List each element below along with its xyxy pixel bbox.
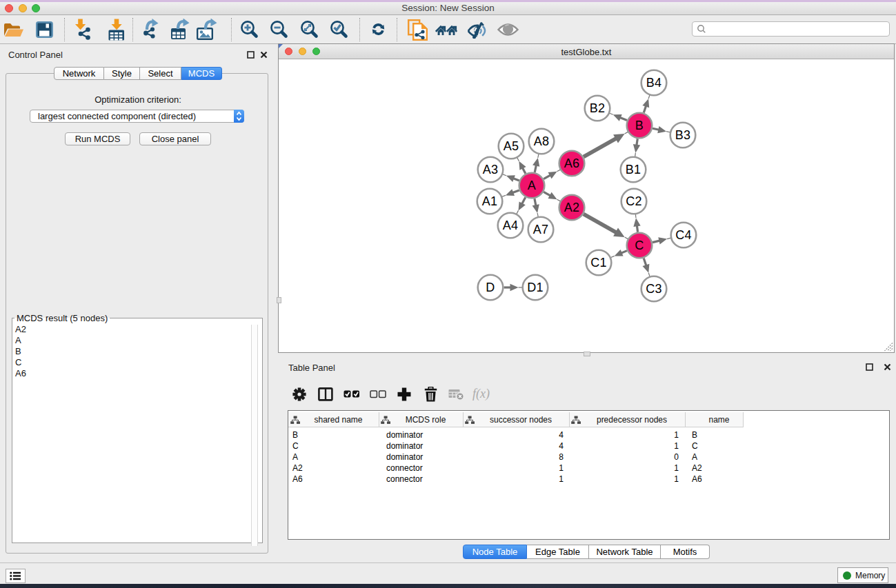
svg-text:C1: C1 [590, 256, 607, 270]
svg-text:A1: A1 [482, 194, 498, 208]
svg-text:A7: A7 [533, 223, 549, 236]
svg-text:A3: A3 [483, 163, 499, 176]
svg-text:B3: B3 [675, 128, 691, 142]
svg-text:B4: B4 [646, 76, 662, 90]
svg-text:A2: A2 [564, 201, 580, 214]
svg-text:C2: C2 [626, 194, 642, 208]
svg-text:A6: A6 [564, 156, 580, 170]
svg-text:D: D [486, 281, 495, 294]
svg-text:D1: D1 [527, 281, 544, 294]
svg-text:A4: A4 [503, 219, 519, 232]
svg-text:A8: A8 [534, 134, 550, 148]
svg-text:B2: B2 [590, 101, 606, 115]
svg-text:C3: C3 [646, 282, 662, 296]
svg-text:C4: C4 [675, 228, 692, 242]
svg-text:B1: B1 [626, 163, 641, 176]
svg-text:C: C [635, 239, 644, 252]
svg-text:B: B [635, 119, 644, 132]
svg-text:A: A [528, 179, 536, 192]
svg-text:A5: A5 [504, 139, 519, 153]
